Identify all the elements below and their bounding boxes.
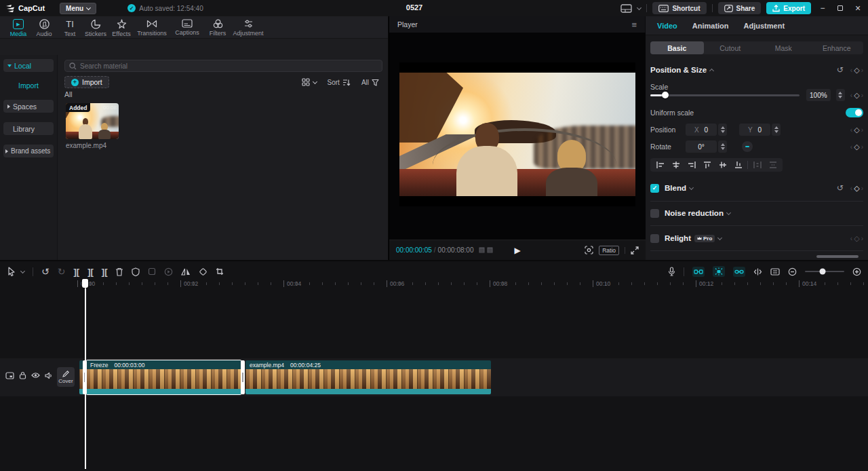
timeline-zoom-slider[interactable] xyxy=(805,271,844,273)
position-x-stepper[interactable] xyxy=(718,124,727,136)
maximize-button[interactable] xyxy=(834,2,846,14)
voiceover-mic-icon[interactable] xyxy=(668,267,675,276)
export-button[interactable]: Export xyxy=(766,2,811,14)
scale-value[interactable]: 100% xyxy=(806,89,831,101)
position-y-stepper[interactable] xyxy=(772,124,781,136)
mask-shield-icon[interactable] xyxy=(132,267,140,276)
share-button[interactable]: Share xyxy=(718,2,762,14)
scale-slider-handle[interactable] xyxy=(662,92,669,98)
scrollbar[interactable] xyxy=(816,255,859,258)
eye-icon[interactable] xyxy=(31,371,40,379)
lock-icon[interactable] xyxy=(19,371,26,379)
align-left-button[interactable] xyxy=(652,159,668,170)
subtab-cutout[interactable]: Cutout xyxy=(704,41,757,54)
mute-icon[interactable] xyxy=(45,371,53,379)
mirror-icon[interactable] xyxy=(181,267,191,276)
speed-icon[interactable] xyxy=(164,267,173,276)
blend-checkbox[interactable]: ✓ xyxy=(650,184,659,193)
keyframe-icon[interactable]: ◇ xyxy=(854,66,859,75)
magnetic-icon[interactable] xyxy=(692,267,705,277)
align-center-h-button[interactable] xyxy=(668,159,684,170)
position-x-input[interactable]: X 0 xyxy=(686,124,717,136)
frame-view-icons[interactable] xyxy=(479,247,493,253)
keyframe-icon[interactable]: ◇ xyxy=(854,143,859,151)
rotate-icon[interactable] xyxy=(199,267,208,276)
delete-left-icon[interactable]: ][ xyxy=(87,267,94,277)
auto-snapping-icon[interactable] xyxy=(713,266,725,277)
prev-keyframe-icon[interactable]: ‹ xyxy=(850,92,852,99)
playhead-handle[interactable] xyxy=(82,279,88,288)
reset-icon[interactable]: ↺ xyxy=(837,65,844,75)
fullscreen-icon[interactable] xyxy=(631,246,639,255)
chevron-down-icon[interactable] xyxy=(726,210,731,214)
distribute-h-button[interactable] xyxy=(749,159,765,170)
prev-keyframe-icon[interactable]: ‹ xyxy=(850,67,852,74)
tab-effects[interactable]: Effects xyxy=(108,16,134,37)
timeline-ruler[interactable]: 00:00 00:02 00:04 00:06 00:08 00:10 00:1… xyxy=(61,279,868,289)
relight-checkbox[interactable] xyxy=(650,234,659,243)
sidebar-item-spaces[interactable]: Spaces xyxy=(3,100,54,113)
zoom-out-icon[interactable] xyxy=(788,267,797,276)
reset-icon[interactable]: ↺ xyxy=(837,183,844,193)
tab-transitions[interactable]: Transitions xyxy=(134,16,170,37)
zoom-slider-handle[interactable] xyxy=(820,269,826,275)
ratio-button[interactable]: Ratio xyxy=(599,246,619,255)
sidebar-item-local[interactable]: Local xyxy=(3,59,54,72)
menu-button[interactable]: Menu xyxy=(60,3,96,14)
subtab-enhance[interactable]: Enhance xyxy=(810,41,864,54)
tab-video[interactable]: Video xyxy=(657,22,677,30)
rotate-dial[interactable] xyxy=(742,141,753,152)
noise-reduction-checkbox[interactable] xyxy=(650,209,659,218)
tab-stickers[interactable]: Stickers xyxy=(83,16,108,37)
media-item-card[interactable]: Added 00:08 xyxy=(66,103,119,139)
player-menu-icon[interactable]: ≡ xyxy=(631,20,637,30)
tab-adjustment[interactable]: Adjustment xyxy=(231,16,266,37)
tab-audio[interactable]: Audio xyxy=(31,16,57,37)
tab-captions[interactable]: Captions xyxy=(170,16,205,36)
rotate-input[interactable]: 0° xyxy=(686,140,717,153)
sidebar-item-import[interactable]: Import xyxy=(3,79,54,92)
delete-right-icon[interactable]: ][ xyxy=(102,267,108,277)
track-height-icon[interactable] xyxy=(770,268,780,276)
tab-media[interactable]: ▶ Media xyxy=(5,16,31,37)
layout-switch-icon[interactable] xyxy=(620,4,641,13)
close-button[interactable]: × xyxy=(852,2,864,14)
select-tool-icon[interactable] xyxy=(7,267,24,276)
zoom-in-icon[interactable] xyxy=(852,267,861,276)
freeze-frame-icon[interactable] xyxy=(148,267,156,276)
prev-keyframe-icon[interactable]: ‹ xyxy=(850,235,852,242)
collapse-icon[interactable] xyxy=(709,69,714,73)
subtab-mask[interactable]: Mask xyxy=(757,41,810,54)
scale-slider[interactable] xyxy=(650,94,800,96)
tab-filters[interactable]: Filters xyxy=(205,16,231,37)
search-input[interactable] xyxy=(80,62,378,70)
play-button[interactable]: ▶ xyxy=(514,246,520,255)
delete-icon[interactable] xyxy=(115,267,123,276)
tab-animation[interactable]: Animation xyxy=(692,22,729,30)
prev-keyframe-icon[interactable]: ‹ xyxy=(850,126,852,134)
align-top-button[interactable] xyxy=(699,159,715,170)
preview-quality-icon[interactable] xyxy=(585,246,593,255)
position-y-input[interactable]: Y 0 xyxy=(739,124,770,136)
undo-icon[interactable]: ↺ xyxy=(41,266,50,277)
keyframe-icon[interactable]: ◇ xyxy=(854,184,859,193)
keyframe-icon[interactable]: ◇ xyxy=(854,234,859,243)
clip-freeze[interactable]: Freeze 00:00:03:00 xyxy=(86,360,241,394)
prev-keyframe-icon[interactable]: ‹ xyxy=(850,185,852,192)
shortcut-button[interactable]: Shortcut xyxy=(652,2,706,14)
tab-text[interactable]: TI Text xyxy=(57,16,83,37)
tab-adjustment[interactable]: Adjustment xyxy=(744,22,785,30)
sort-button[interactable]: Sort xyxy=(324,77,354,88)
filter-button[interactable]: All xyxy=(358,77,382,88)
align-center-v-button[interactable] xyxy=(715,159,730,170)
preview-axis-icon[interactable] xyxy=(753,268,762,276)
split-icon[interactable]: ][ xyxy=(73,267,79,277)
redo-icon[interactable]: ↻ xyxy=(58,266,66,277)
clip-example[interactable]: example.mp4 00:00:04:25 xyxy=(245,360,491,394)
import-button[interactable]: + Import xyxy=(64,76,109,88)
trim-handle-right[interactable] xyxy=(241,360,245,394)
keyframe-icon[interactable]: ◇ xyxy=(854,126,859,134)
align-bottom-button[interactable] xyxy=(730,159,746,170)
view-mode-button[interactable] xyxy=(298,77,320,88)
rotate-stepper[interactable] xyxy=(718,140,727,153)
